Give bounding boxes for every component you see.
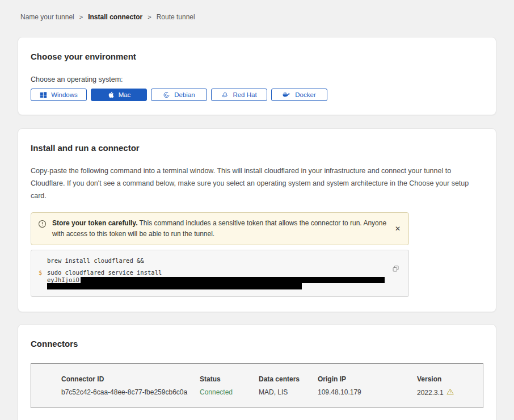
connectors-table: Connector ID Status Data centers Origin …	[31, 363, 483, 408]
breadcrumb-name-your-tunnel[interactable]: Name your tunnel	[20, 13, 74, 21]
shell-prompt: $	[39, 268, 47, 277]
code-gutter	[39, 257, 47, 265]
token-redaction-bar	[47, 283, 302, 289]
os-button-docker[interactable]: Docker	[271, 89, 327, 101]
origin-ip-value: 109.48.10.179	[318, 388, 417, 397]
breadcrumb-route-tunnel[interactable]: Route tunnel	[157, 13, 195, 21]
token-warning-text: Store your token carefully.This command …	[52, 218, 388, 240]
version-value: 2022.3.1	[417, 388, 477, 397]
os-button-windows[interactable]: Windows	[31, 89, 87, 101]
docker-icon	[283, 91, 291, 98]
connectors-title: Connectors	[31, 339, 483, 348]
os-button-label: Mac	[119, 91, 131, 98]
code-gutter	[39, 283, 47, 289]
breadcrumb-separator: >	[148, 14, 151, 20]
code-line-brew: brew install cloudflared &&	[47, 257, 144, 265]
code-token-prefix: eyJhIjoiO	[47, 277, 79, 283]
os-button-redhat[interactable]: Red Hat	[211, 89, 267, 101]
install-command-codeblock: brew install cloudflared && $ sudo cloud…	[31, 250, 409, 297]
header-connector-id: Connector ID	[61, 375, 200, 383]
header-data-centers: Data centers	[259, 375, 318, 383]
connector-id-value: b7c52c42-6caa-48ee-8c77-fbe259cb6c0a	[61, 388, 200, 397]
alert-circle-icon	[38, 220, 47, 230]
os-button-mac[interactable]: Mac	[91, 89, 147, 101]
header-version: Version	[417, 375, 477, 383]
breadcrumb-separator: >	[79, 14, 83, 20]
version-number: 2022.3.1	[417, 389, 444, 397]
close-icon[interactable]: ✕	[394, 225, 402, 232]
os-button-label: Windows	[51, 91, 78, 98]
redhat-icon	[221, 91, 229, 99]
os-button-label: Red Hat	[233, 91, 256, 98]
os-button-label: Debian	[174, 91, 195, 98]
apple-icon	[107, 91, 115, 99]
warning-triangle-icon	[446, 388, 454, 397]
choose-environment-card: Choose your environment Choose an operat…	[18, 37, 496, 115]
token-warning-banner: Store your token carefully.This command …	[31, 212, 409, 245]
os-button-debian[interactable]: Debian	[151, 89, 207, 101]
token-warning-lead: Store your token carefully.	[52, 219, 138, 227]
os-select-label: Choose an operating system:	[31, 75, 483, 83]
header-status: Status	[200, 375, 259, 383]
os-button-label: Docker	[295, 91, 315, 98]
windows-icon	[40, 91, 47, 99]
os-button-group: Windows Mac Debian	[31, 89, 483, 101]
breadcrumb-install-connector[interactable]: Install connector	[88, 13, 142, 21]
status-badge: Connected	[200, 388, 259, 397]
token-redaction-bar	[81, 277, 385, 283]
install-connector-title: Install and run a connector	[31, 143, 483, 153]
debian-icon	[163, 91, 170, 99]
table-row: b7c52c42-6caa-48ee-8c77-fbe259cb6c0a Con…	[61, 388, 477, 397]
choose-environment-title: Choose your environment	[31, 52, 483, 61]
copy-icon[interactable]	[392, 265, 399, 272]
connectors-card: Connectors Connector ID Status Data cent…	[18, 324, 496, 420]
install-connector-card: Install and run a connector Copy-paste t…	[18, 128, 496, 312]
data-centers-value: MAD, LIS	[259, 388, 318, 397]
install-connector-description: Copy-paste the following command into a …	[31, 165, 483, 203]
breadcrumb: Name your tunnel > Install connector > R…	[0, 0, 514, 21]
code-line-service-install: sudo cloudflared service install	[47, 268, 162, 277]
connectors-table-header: Connector ID Status Data centers Origin …	[61, 375, 477, 383]
header-origin-ip: Origin IP	[318, 375, 417, 383]
